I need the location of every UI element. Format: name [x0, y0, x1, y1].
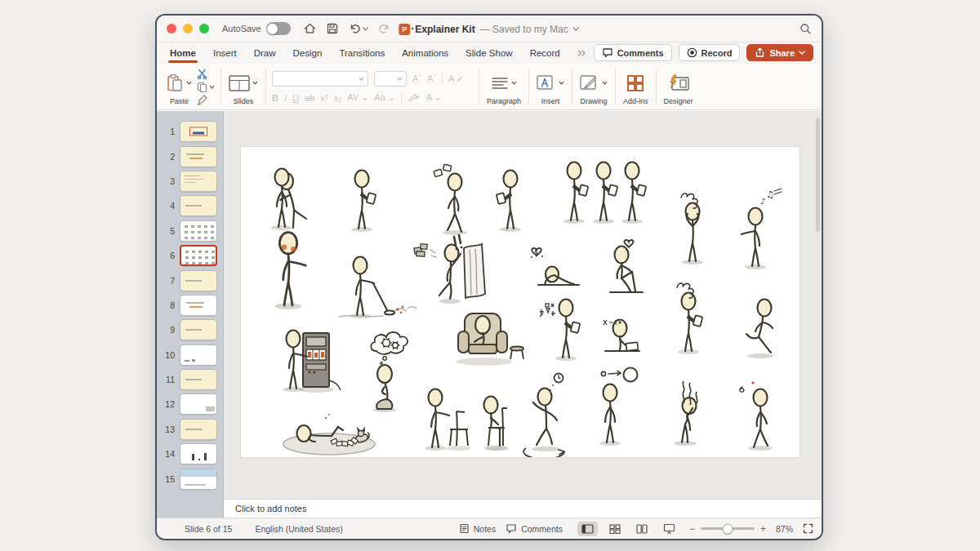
slide-thumbnail-10[interactable]	[180, 344, 217, 366]
copy-button[interactable]	[197, 81, 215, 92]
comment-bubble-icon	[602, 47, 613, 58]
slide-thumbnail-11[interactable]	[180, 369, 217, 390]
tab-design[interactable]: Design	[293, 48, 323, 58]
copy-chevron-icon	[209, 85, 215, 89]
designer-button[interactable]: Designer	[661, 66, 697, 108]
chevron-down-icon	[573, 27, 580, 31]
slide-thumbnail-row: 13	[157, 417, 223, 442]
fullscreen-button[interactable]	[803, 523, 813, 534]
slide-thumbnail-row: 3	[157, 169, 223, 193]
tab-transitions[interactable]: Transitions	[339, 48, 385, 58]
notes-icon	[459, 523, 470, 534]
slide-thumbnail-15[interactable]	[180, 469, 217, 490]
tab-draw[interactable]: Draw	[254, 48, 276, 58]
comments-icon	[506, 523, 517, 534]
zoom-window-button[interactable]	[199, 24, 209, 33]
slide-thumbnail-13[interactable]	[180, 419, 217, 440]
slide-thumbnail-2[interactable]	[180, 146, 217, 167]
slide-editor: ♪♫ Click to add notes	[224, 111, 822, 518]
tab-insert[interactable]: Insert	[213, 48, 237, 58]
slide-thumbnail-row: 8	[157, 293, 223, 318]
slide-thumbnail-9[interactable]	[180, 319, 217, 340]
slide-number: 14	[157, 449, 175, 459]
superscript-button: x²	[320, 93, 327, 103]
slide-thumbnail-12[interactable]	[180, 393, 217, 415]
drawing-button[interactable]: Drawing	[577, 66, 611, 108]
format-painter-icon	[197, 95, 207, 105]
slideshow-icon	[663, 523, 675, 534]
tab-slide-show[interactable]: Slide Show	[466, 48, 513, 58]
slide-sorter-view-button[interactable]	[605, 522, 625, 536]
editor-scrollbar[interactable]	[816, 118, 820, 232]
close-window-button[interactable]	[167, 24, 176, 33]
insert-textbox-button[interactable]: Insert	[533, 66, 568, 108]
paragraph-lines-icon	[491, 77, 509, 90]
addins-grid-icon	[626, 74, 644, 92]
slide-number: 1	[157, 127, 175, 136]
slide-thumbnail-4[interactable]	[180, 195, 217, 216]
share-icon	[755, 47, 765, 58]
designer-label: Designer	[664, 97, 693, 106]
autosave-label: AutoSave	[222, 24, 261, 33]
slide-number: 4	[157, 201, 175, 211]
slides-label: Slides	[234, 97, 254, 106]
save-icon[interactable]	[327, 23, 338, 34]
language-indicator[interactable]: English (United States)	[255, 524, 342, 534]
shrink-font-button: Aˇ	[427, 73, 436, 83]
slideshow-view-button[interactable]	[659, 521, 679, 536]
slide-canvas[interactable]: ♪♫	[241, 147, 800, 457]
cut-button[interactable]	[197, 69, 215, 80]
doc-status: — Saved to my Mac	[480, 24, 568, 35]
redo-icon	[379, 23, 390, 34]
paragraph-button[interactable]: Paragraph	[483, 66, 524, 108]
slide-thumbnail-6[interactable]	[180, 245, 217, 266]
slide-thumbnail-row: 2	[157, 144, 223, 168]
slide-thumbnail-1[interactable]	[180, 121, 217, 142]
drawing-label: Drawing	[581, 97, 608, 106]
undo-icon[interactable]	[349, 23, 368, 34]
new-slide-button[interactable]: Slides	[225, 66, 261, 108]
search-icon[interactable]	[800, 23, 812, 35]
share-chevron-icon	[799, 51, 805, 55]
zoom-percentage[interactable]: 87%	[776, 524, 793, 534]
ribbon-tabbar: HomeInsertDrawDesignTransitionsAnimation…	[157, 42, 822, 64]
tab-home[interactable]: Home	[170, 48, 196, 58]
statusbar: Slide 6 of 15 English (United States) No…	[157, 518, 822, 539]
share-button[interactable]: Share	[746, 44, 813, 61]
slide-number: 5	[157, 226, 175, 236]
minimize-window-button[interactable]	[183, 24, 193, 33]
normal-view-button[interactable]	[577, 522, 598, 536]
notes-toggle-button[interactable]: Notes	[459, 523, 496, 534]
slides-chevron-icon	[252, 81, 258, 85]
slide-thumbnail-8[interactable]	[180, 295, 217, 316]
notes-pane[interactable]: Click to add notes	[224, 499, 822, 518]
zoom-out-button[interactable]: −	[689, 523, 695, 535]
addins-button[interactable]: Add-ins	[620, 66, 652, 108]
slide-thumbnail-3[interactable]	[180, 171, 217, 192]
zoom-slider[interactable]	[701, 527, 755, 530]
tabs-overflow-icon[interactable]	[577, 50, 586, 56]
slide-number: 10	[157, 350, 175, 360]
reading-view-button[interactable]	[632, 522, 652, 536]
record-button[interactable]: Record	[679, 44, 741, 61]
slide-thumbnail-row: 1	[157, 119, 223, 144]
home-icon[interactable]	[304, 23, 316, 34]
autosave-toggle[interactable]	[266, 22, 291, 35]
slide-counter: Slide 6 of 15	[185, 524, 232, 534]
tab-animations[interactable]: Animations	[402, 48, 448, 58]
slide-thumbnail-5[interactable]	[180, 220, 217, 242]
paste-button[interactable]: Paste	[163, 66, 195, 108]
zoom-slider-knob[interactable]	[722, 523, 733, 534]
comments-button[interactable]: Comments	[594, 44, 672, 61]
slide-number: 2	[157, 152, 175, 162]
insert-group: Insert	[533, 66, 568, 108]
paragraph-chevron-icon	[511, 81, 517, 85]
tab-record[interactable]: Record	[530, 48, 560, 58]
comments-toggle-button[interactable]: Comments	[506, 523, 563, 534]
format-painter-button[interactable]	[197, 94, 215, 105]
slide-thumbnail-7[interactable]	[180, 270, 217, 291]
slide-thumbnail-14[interactable]	[180, 443, 217, 464]
document-title[interactable]: P Explainer Kit — Saved to my Mac	[399, 16, 579, 42]
slide-number: 7	[157, 276, 175, 286]
zoom-in-button[interactable]: +	[760, 523, 766, 535]
